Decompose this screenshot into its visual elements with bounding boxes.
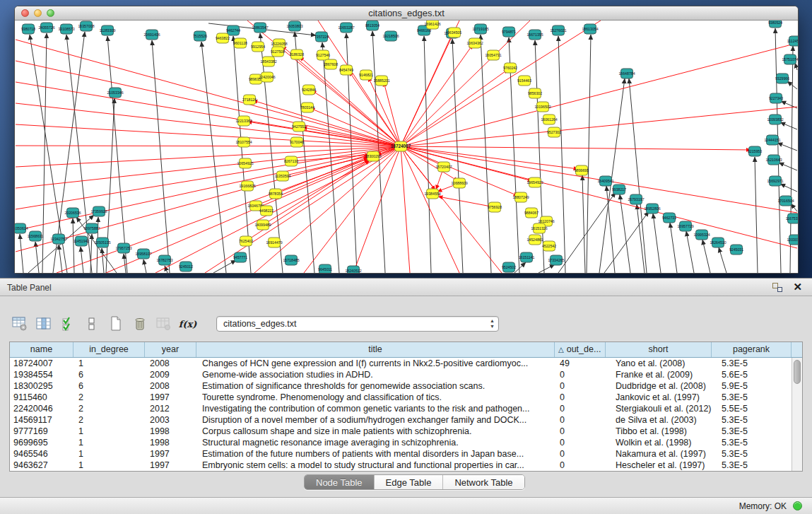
close-window-button[interactable] <box>21 9 29 17</box>
graph-edge[interactable] <box>780 184 797 192</box>
graph-edge[interactable] <box>152 40 170 273</box>
graph-node[interactable]: 10654925 <box>237 158 253 168</box>
graph-edge[interactable] <box>124 254 126 273</box>
graph-node[interactable]: 15885201 <box>373 76 389 86</box>
graph-node[interactable]: 4522542 <box>542 241 556 251</box>
graph-node[interactable]: 9427552 <box>292 122 306 132</box>
graph-node[interactable]: 16210643 <box>765 155 782 165</box>
graph-node[interactable]: 8215953 <box>748 146 762 156</box>
tab-network-table[interactable]: Network Table <box>442 475 524 489</box>
graph-node[interactable]: 11124558 <box>787 36 798 46</box>
graph-node[interactable]: 9884067 <box>524 208 539 218</box>
graph-node[interactable]: 7357224 <box>314 32 329 42</box>
graph-node[interactable]: 17359928 <box>90 206 107 216</box>
table-row[interactable]: 1456911722003Disruption of a novel membe… <box>10 414 802 426</box>
graph-node[interactable]: 10719165 <box>472 24 488 34</box>
graph-edge[interactable] <box>401 146 532 181</box>
graph-edge[interactable] <box>780 122 797 129</box>
graph-edge[interactable] <box>401 107 797 146</box>
zoom-window-button[interactable] <box>47 9 54 17</box>
graph-node[interactable]: 9938217 <box>612 185 626 194</box>
graph-node[interactable]: 19654923 <box>526 177 543 187</box>
graph-edge[interactable] <box>653 214 661 273</box>
graph-node[interactable]: 8186328 <box>290 49 304 59</box>
graph-node[interactable]: 2718126 <box>242 95 257 105</box>
column-header-name[interactable]: name <box>10 342 73 357</box>
graph-node[interactable]: 12213363 <box>235 116 252 126</box>
graph-edge[interactable] <box>16 146 401 167</box>
table-row[interactable]: 946554611997Estimation of the future num… <box>10 448 802 460</box>
graph-edge[interactable] <box>620 194 630 273</box>
graph-node[interactable]: 9524502 <box>502 262 516 272</box>
graph-node[interactable]: 9245031 <box>729 245 743 255</box>
graph-node[interactable]: 17334265 <box>548 255 564 265</box>
graph-node[interactable]: 16957729 <box>677 221 693 231</box>
table-row[interactable]: 911546021997Tourette syndrome. Phenomeno… <box>10 392 802 403</box>
graph-node[interactable]: 8454749 <box>339 65 353 75</box>
graph-node[interactable]: 11451942 <box>73 236 90 246</box>
column-header-in_degree[interactable]: in_degree <box>73 342 145 357</box>
graph-node[interactable]: 10688609 <box>451 178 467 188</box>
graph-edge[interactable] <box>775 28 781 273</box>
memory-status-icon[interactable] <box>793 501 802 510</box>
graph-node[interactable]: 15751074 <box>782 54 798 64</box>
graph-node[interactable]: 9794871 <box>502 27 516 37</box>
graph-node[interactable]: 9912954 <box>251 42 265 52</box>
graph-node[interactable]: 8267130 <box>284 156 298 166</box>
graph-node[interactable]: 20691406 <box>143 30 160 40</box>
graph-node[interactable]: 17016504 <box>777 196 794 206</box>
graph-node[interactable]: 7803144 <box>300 103 314 112</box>
graph-node[interactable]: 9127546 <box>316 50 330 60</box>
graph-node[interactable]: 9462733 <box>662 213 676 223</box>
unselect-all-icon[interactable] <box>83 316 100 332</box>
graph-node[interactable]: 7515526 <box>193 31 207 41</box>
graph-node[interactable]: 15718485 <box>283 255 299 265</box>
graph-edge[interactable] <box>401 21 601 146</box>
graph-node[interactable]: 18613054 <box>582 24 598 34</box>
graph-node[interactable]: 16061264 <box>541 115 557 124</box>
column-header-year[interactable]: year <box>145 342 196 357</box>
graph-node[interactable]: 90975887 <box>83 223 100 233</box>
graph-edge[interactable] <box>702 240 710 273</box>
graph-node[interactable]: 16961426 <box>424 21 440 29</box>
graph-node[interactable]: 9127508 <box>271 47 285 57</box>
graph-edge[interactable] <box>81 247 83 273</box>
graph-edge[interactable] <box>16 103 401 146</box>
graph-node[interactable]: 16151141 <box>519 252 535 262</box>
column-header-out_degree[interactable]: △out_de... <box>555 342 606 357</box>
graph-edge[interactable] <box>401 146 797 248</box>
table-mode-icon[interactable] <box>11 316 28 332</box>
table-row[interactable]: 969969511998Structural magnetic resonanc… <box>10 437 802 448</box>
table-row[interactable]: 946362711997Embryonic stem cells: a mode… <box>10 460 802 471</box>
graph-node[interactable]: 17957253 <box>115 243 131 253</box>
graph-node[interactable]: 18952806 <box>644 204 660 214</box>
graph-edge[interactable] <box>384 82 401 146</box>
graph-node[interactable]: 9329966 <box>775 74 789 83</box>
graph-edge[interactable] <box>686 231 694 273</box>
graph-node[interactable]: 15276021 <box>550 25 566 35</box>
graph-node[interactable]: 16409541 <box>597 176 613 186</box>
graph-edge[interactable] <box>102 248 104 273</box>
graph-edge[interactable] <box>777 143 797 151</box>
graph-node[interactable]: 9146821 <box>359 70 373 80</box>
graph-edge[interactable] <box>16 40 401 146</box>
graph-node[interactable]: 9760242 <box>503 63 517 73</box>
graph-node[interactable]: 26793197 <box>628 194 644 204</box>
graph-edge[interactable] <box>401 45 473 146</box>
graph-node[interactable]: 10634362 <box>466 38 483 48</box>
graph-edge[interactable] <box>514 262 526 273</box>
graph-edge[interactable] <box>16 82 401 146</box>
graph-node[interactable]: 8813054 <box>365 21 379 30</box>
graph-node[interactable]: 9227343 <box>769 93 783 103</box>
graph-node[interactable]: 18264510 <box>710 238 726 247</box>
graph-node[interactable]: 16671355 <box>526 30 543 40</box>
graph-edge[interactable] <box>401 146 751 150</box>
graph-edge[interactable] <box>424 36 431 273</box>
graph-edge[interactable] <box>295 32 314 273</box>
column-header-short[interactable]: short <box>606 342 712 357</box>
graph-edge[interactable] <box>558 36 565 273</box>
float-panel-icon[interactable] <box>772 283 782 292</box>
graph-edge[interactable] <box>629 78 647 273</box>
attribute-table[interactable]: namein_degreeyeartitle△out_de...shortpag… <box>9 341 803 472</box>
graph-node[interactable]: 9242844 <box>302 85 316 95</box>
